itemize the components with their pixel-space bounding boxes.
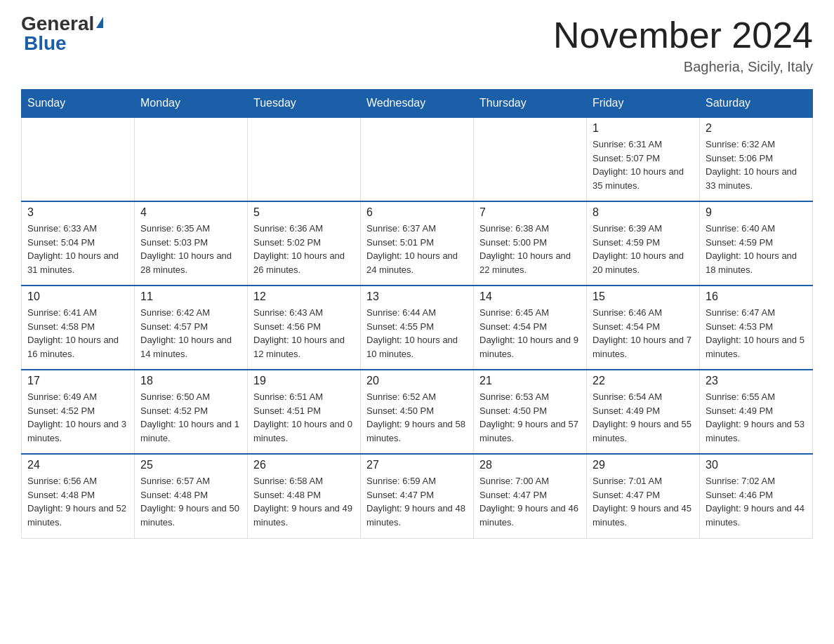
day-number: 4 bbox=[140, 206, 241, 219]
calendar-cell: 21Sunrise: 6:53 AMSunset: 4:50 PMDayligh… bbox=[474, 370, 587, 454]
calendar-week-1: 1Sunrise: 6:31 AMSunset: 5:07 PMDaylight… bbox=[22, 117, 813, 201]
calendar-header-row: SundayMondayTuesdayWednesdayThursdayFrid… bbox=[22, 90, 813, 118]
day-info: Sunrise: 7:01 AMSunset: 4:47 PMDaylight:… bbox=[593, 474, 694, 529]
day-number: 22 bbox=[593, 375, 694, 387]
calendar-cell: 11Sunrise: 6:42 AMSunset: 4:57 PMDayligh… bbox=[135, 286, 248, 370]
day-number: 25 bbox=[140, 459, 241, 471]
day-number: 13 bbox=[366, 290, 468, 303]
day-number: 3 bbox=[27, 206, 128, 219]
day-info: Sunrise: 6:55 AMSunset: 4:49 PMDaylight:… bbox=[706, 390, 807, 445]
day-number: 27 bbox=[366, 459, 468, 471]
calendar-cell: 17Sunrise: 6:49 AMSunset: 4:52 PMDayligh… bbox=[22, 370, 135, 454]
calendar-cell: 3Sunrise: 6:33 AMSunset: 5:04 PMDaylight… bbox=[22, 201, 135, 286]
calendar-week-5: 24Sunrise: 6:56 AMSunset: 4:48 PMDayligh… bbox=[22, 454, 813, 538]
day-info: Sunrise: 7:00 AMSunset: 4:47 PMDaylight:… bbox=[479, 474, 581, 529]
location-subtitle: Bagheria, Sicily, Italy bbox=[553, 59, 813, 75]
day-number: 26 bbox=[253, 459, 355, 471]
calendar-cell: 7Sunrise: 6:38 AMSunset: 5:00 PMDaylight… bbox=[474, 201, 587, 286]
day-info: Sunrise: 6:31 AMSunset: 5:07 PMDaylight:… bbox=[593, 137, 694, 192]
day-info: Sunrise: 6:37 AMSunset: 5:01 PMDaylight:… bbox=[366, 222, 468, 276]
day-number: 28 bbox=[479, 459, 581, 471]
day-number: 15 bbox=[593, 290, 694, 303]
day-number: 20 bbox=[366, 375, 468, 387]
day-info: Sunrise: 6:56 AMSunset: 4:48 PMDaylight:… bbox=[27, 474, 128, 529]
day-header-saturday: Saturday bbox=[700, 90, 813, 118]
calendar-cell bbox=[248, 117, 361, 201]
calendar-cell bbox=[135, 117, 248, 201]
day-number: 8 bbox=[593, 206, 694, 219]
day-info: Sunrise: 6:53 AMSunset: 4:50 PMDaylight:… bbox=[479, 390, 581, 445]
calendar-cell: 27Sunrise: 6:59 AMSunset: 4:47 PMDayligh… bbox=[361, 454, 474, 538]
calendar-cell bbox=[22, 117, 135, 201]
day-info: Sunrise: 6:46 AMSunset: 4:54 PMDaylight:… bbox=[593, 306, 694, 361]
calendar-week-3: 10Sunrise: 6:41 AMSunset: 4:58 PMDayligh… bbox=[22, 286, 813, 370]
day-info: Sunrise: 6:50 AMSunset: 4:52 PMDaylight:… bbox=[140, 390, 241, 445]
day-header-tuesday: Tuesday bbox=[248, 90, 361, 118]
calendar-cell: 4Sunrise: 6:35 AMSunset: 5:03 PMDaylight… bbox=[135, 201, 248, 286]
day-number: 2 bbox=[706, 122, 807, 135]
day-number: 9 bbox=[706, 206, 807, 219]
calendar-cell: 10Sunrise: 6:41 AMSunset: 4:58 PMDayligh… bbox=[22, 286, 135, 370]
day-info: Sunrise: 6:43 AMSunset: 4:56 PMDaylight:… bbox=[253, 306, 355, 361]
calendar-cell: 23Sunrise: 6:55 AMSunset: 4:49 PMDayligh… bbox=[700, 370, 813, 454]
month-title: November 2024 bbox=[553, 14, 813, 56]
day-number: 7 bbox=[479, 206, 581, 219]
day-info: Sunrise: 6:40 AMSunset: 4:59 PMDaylight:… bbox=[706, 222, 807, 276]
calendar-cell: 28Sunrise: 7:00 AMSunset: 4:47 PMDayligh… bbox=[474, 454, 587, 538]
day-number: 18 bbox=[140, 375, 241, 387]
day-header-thursday: Thursday bbox=[474, 90, 587, 118]
day-number: 17 bbox=[27, 375, 128, 387]
day-number: 21 bbox=[479, 375, 581, 387]
calendar-cell: 13Sunrise: 6:44 AMSunset: 4:55 PMDayligh… bbox=[361, 286, 474, 370]
day-number: 19 bbox=[253, 375, 355, 387]
calendar-cell: 22Sunrise: 6:54 AMSunset: 4:49 PMDayligh… bbox=[587, 370, 700, 454]
day-info: Sunrise: 6:47 AMSunset: 4:53 PMDaylight:… bbox=[706, 306, 807, 361]
title-block: November 2024 Bagheria, Sicily, Italy bbox=[553, 14, 813, 75]
day-info: Sunrise: 6:45 AMSunset: 4:54 PMDaylight:… bbox=[479, 306, 581, 361]
day-number: 16 bbox=[706, 290, 807, 303]
logo-blue-text: Blue bbox=[24, 32, 67, 54]
day-number: 29 bbox=[593, 459, 694, 471]
calendar-cell: 6Sunrise: 6:37 AMSunset: 5:01 PMDaylight… bbox=[361, 201, 474, 286]
calendar-cell bbox=[361, 117, 474, 201]
calendar-cell: 1Sunrise: 6:31 AMSunset: 5:07 PMDaylight… bbox=[587, 117, 700, 201]
calendar-cell: 30Sunrise: 7:02 AMSunset: 4:46 PMDayligh… bbox=[700, 454, 813, 538]
calendar-cell: 12Sunrise: 6:43 AMSunset: 4:56 PMDayligh… bbox=[248, 286, 361, 370]
calendar-cell: 19Sunrise: 6:51 AMSunset: 4:51 PMDayligh… bbox=[248, 370, 361, 454]
day-number: 11 bbox=[140, 290, 241, 303]
day-info: Sunrise: 6:38 AMSunset: 5:00 PMDaylight:… bbox=[479, 222, 581, 276]
calendar-week-2: 3Sunrise: 6:33 AMSunset: 5:04 PMDaylight… bbox=[22, 201, 813, 286]
day-info: Sunrise: 7:02 AMSunset: 4:46 PMDaylight:… bbox=[706, 474, 807, 529]
day-number: 24 bbox=[27, 459, 128, 471]
day-number: 23 bbox=[706, 375, 807, 387]
day-info: Sunrise: 6:57 AMSunset: 4:48 PMDaylight:… bbox=[140, 474, 241, 529]
calendar-cell: 5Sunrise: 6:36 AMSunset: 5:02 PMDaylight… bbox=[248, 201, 361, 286]
day-number: 6 bbox=[366, 206, 468, 219]
calendar-cell: 16Sunrise: 6:47 AMSunset: 4:53 PMDayligh… bbox=[700, 286, 813, 370]
day-number: 14 bbox=[479, 290, 581, 303]
day-info: Sunrise: 6:59 AMSunset: 4:47 PMDaylight:… bbox=[366, 474, 468, 529]
day-number: 5 bbox=[253, 206, 355, 219]
logo-arrow-icon bbox=[96, 17, 103, 28]
calendar-cell: 20Sunrise: 6:52 AMSunset: 4:50 PMDayligh… bbox=[361, 370, 474, 454]
day-info: Sunrise: 6:33 AMSunset: 5:04 PMDaylight:… bbox=[27, 222, 128, 276]
calendar-cell: 15Sunrise: 6:46 AMSunset: 4:54 PMDayligh… bbox=[587, 286, 700, 370]
calendar-cell: 18Sunrise: 6:50 AMSunset: 4:52 PMDayligh… bbox=[135, 370, 248, 454]
day-info: Sunrise: 6:35 AMSunset: 5:03 PMDaylight:… bbox=[140, 222, 241, 276]
day-info: Sunrise: 6:42 AMSunset: 4:57 PMDaylight:… bbox=[140, 306, 241, 361]
day-info: Sunrise: 6:36 AMSunset: 5:02 PMDaylight:… bbox=[253, 222, 355, 276]
day-info: Sunrise: 6:49 AMSunset: 4:52 PMDaylight:… bbox=[27, 390, 128, 445]
calendar-cell bbox=[474, 117, 587, 201]
calendar-week-4: 17Sunrise: 6:49 AMSunset: 4:52 PMDayligh… bbox=[22, 370, 813, 454]
logo: General Blue bbox=[21, 14, 103, 53]
calendar-table: SundayMondayTuesdayWednesdayThursdayFrid… bbox=[21, 89, 813, 539]
day-header-sunday: Sunday bbox=[22, 90, 135, 118]
calendar-cell: 25Sunrise: 6:57 AMSunset: 4:48 PMDayligh… bbox=[135, 454, 248, 538]
day-header-wednesday: Wednesday bbox=[361, 90, 474, 118]
day-info: Sunrise: 6:32 AMSunset: 5:06 PMDaylight:… bbox=[706, 137, 807, 192]
calendar-cell: 9Sunrise: 6:40 AMSunset: 4:59 PMDaylight… bbox=[700, 201, 813, 286]
day-number: 30 bbox=[706, 459, 807, 471]
logo-general-text: General bbox=[21, 14, 94, 34]
day-header-monday: Monday bbox=[135, 90, 248, 118]
day-info: Sunrise: 6:41 AMSunset: 4:58 PMDaylight:… bbox=[27, 306, 128, 361]
